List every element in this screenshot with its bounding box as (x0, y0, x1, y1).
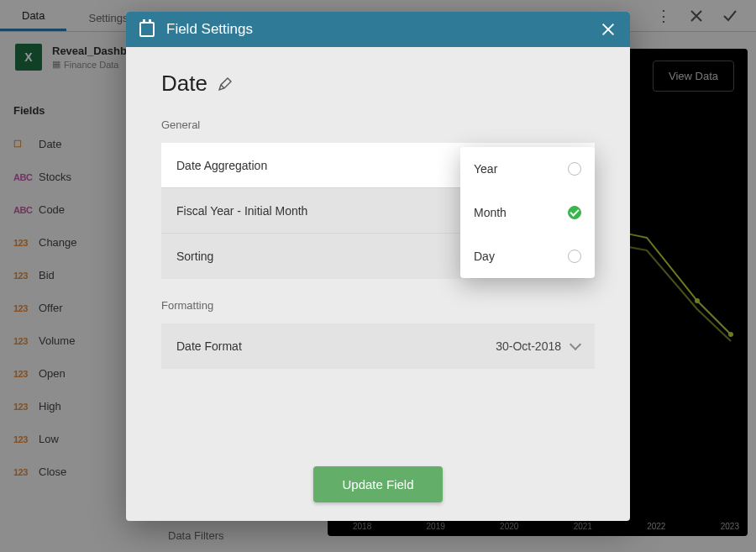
app-root: Data Settings ⋮ Reveal_Dashboard ▦ Finan… (0, 0, 756, 552)
update-field-button[interactable]: Update Field (313, 466, 442, 502)
chevron-down-icon (570, 339, 581, 350)
modal-body: Date General Date Aggregation Fiscal Yea… (126, 47, 630, 521)
edit-name-icon[interactable] (218, 76, 233, 92)
option-label: Month (474, 206, 507, 219)
modal-header: Field Settings (126, 12, 630, 47)
radio-icon (568, 206, 581, 219)
aggregation-option-month[interactable]: Month (460, 191, 595, 234)
modal-title: Field Settings (166, 21, 253, 38)
radio-icon (568, 162, 581, 176)
modal-close-icon[interactable] (600, 21, 617, 38)
row-label: Date Format (176, 339, 496, 353)
row-value: 30-Oct-2018 (496, 339, 561, 353)
section-formatting: Formatting (161, 299, 595, 312)
row-date-format[interactable]: Date Format 30-Oct-2018 (161, 323, 595, 369)
option-label: Day (474, 250, 495, 263)
section-general: General (161, 118, 595, 131)
date-aggregation-popover: YearMonthDay (460, 147, 595, 278)
formatting-rows: Date Format 30-Oct-2018 (161, 323, 595, 369)
aggregation-option-day[interactable]: Day (460, 234, 595, 278)
calendar-icon (139, 22, 155, 37)
option-label: Year (474, 162, 497, 176)
radio-icon (568, 250, 581, 263)
field-name: Date (161, 71, 207, 97)
aggregation-option-year[interactable]: Year (460, 147, 595, 191)
